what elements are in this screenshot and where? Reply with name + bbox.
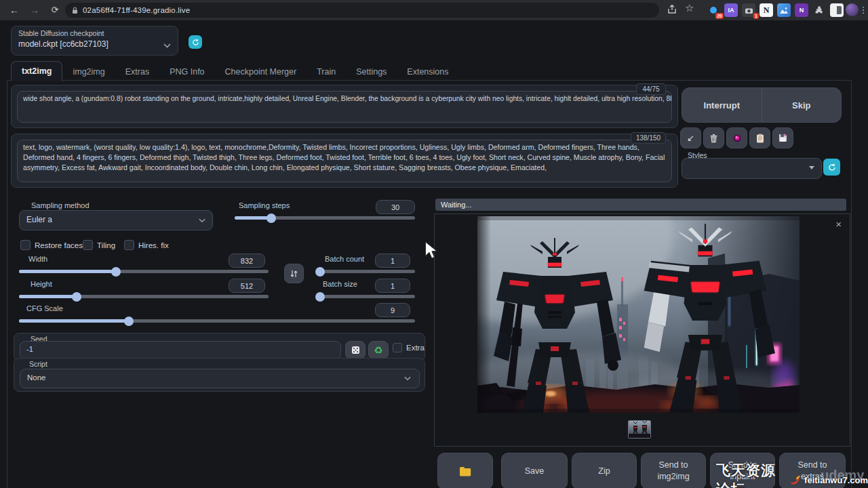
- stable-diffusion-webui: ← → ⟳ 02a56ff4-71ff-439e.gradio.live ☆ 2…: [0, 0, 868, 488]
- tab-extensions[interactable]: Extensions: [397, 62, 458, 81]
- save-button[interactable]: Save: [501, 453, 568, 488]
- open-folder-button[interactable]: [437, 453, 493, 488]
- negative-prompt-textarea[interactable]: text, logo, watermark, (worst quality, l…: [17, 140, 672, 182]
- browser-toolbar: ← → ⟳ 02a56ff4-71ff-439e.gradio.live ☆ 2…: [0, 0, 868, 20]
- send-to-img2img-line1: Send to: [658, 460, 688, 471]
- batch-count-value[interactable]: 1: [375, 253, 410, 268]
- height-slider[interactable]: [19, 295, 269, 298]
- width-value[interactable]: 832: [229, 253, 265, 268]
- palette-icon[interactable]: [726, 127, 747, 148]
- dice-icon[interactable]: [345, 341, 366, 359]
- prompt-token-counter: 44/75: [636, 83, 666, 95]
- gallery-extension-icon[interactable]: [777, 3, 791, 17]
- sampling-steps-slider[interactable]: [235, 216, 415, 220]
- script-block: Script None: [14, 358, 425, 392]
- lock-icon: [72, 7, 78, 14]
- checkpoint-dropdown[interactable]: Stable Diffusion checkpoint model.ckpt […: [11, 26, 178, 56]
- send-to-img2img-line2: img2img: [657, 471, 689, 483]
- batch-count-label: Batch count: [325, 255, 364, 263]
- onenote-extension-icon[interactable]: N: [795, 3, 808, 17]
- pin-extension-icon[interactable]: 20: [707, 3, 720, 17]
- mouse-cursor: [425, 241, 438, 259]
- camera-extension-icon[interactable]: 1: [742, 3, 755, 17]
- tab-settings[interactable]: Settings: [346, 62, 397, 81]
- address-bar[interactable]: 02a56ff4-71ff-439e.gradio.live: [65, 3, 659, 18]
- ia-extension-icon[interactable]: IA: [724, 3, 738, 17]
- tab-txt2img[interactable]: txt2img: [11, 61, 62, 81]
- zip-button[interactable]: Zip: [572, 453, 637, 488]
- sampling-method-dropdown[interactable]: Euler a: [19, 210, 213, 230]
- prompt-textarea[interactable]: wide shot angle, a (gundam:0.8) robot st…: [17, 91, 672, 123]
- paste-arrow-icon[interactable]: ↙: [680, 127, 701, 148]
- seed-value: -1: [20, 342, 340, 357]
- watermark-site-text: 飞天资源论坛: [716, 461, 787, 488]
- trash-icon[interactable]: [703, 127, 724, 148]
- interrupt-skip-group: Interrupt Skip: [682, 87, 842, 123]
- bookmark-star-icon[interactable]: ☆: [685, 2, 694, 14]
- gallery-thumbnail[interactable]: [628, 420, 651, 439]
- prompt-block: wide shot angle, a (gundam:0.8) robot st…: [11, 85, 678, 128]
- negative-prompt-text: text, logo, watermark, (worst quality, l…: [18, 140, 671, 175]
- browser-forward-icon[interactable]: →: [27, 3, 42, 18]
- save-style-icon[interactable]: [772, 127, 793, 148]
- progress-bar: Waiting...: [435, 199, 846, 211]
- progress-status-text: Waiting...: [435, 201, 471, 209]
- restore-faces-label: Restore faces: [35, 241, 83, 249]
- checkpoint-refresh-button[interactable]: [189, 35, 202, 49]
- restore-faces-checkbox[interactable]: [20, 240, 31, 250]
- clipboard-icon[interactable]: [749, 127, 770, 148]
- hires-fix-checkbox[interactable]: [124, 240, 134, 250]
- url-text: 02a56ff4-71ff-439e.gradio.live: [83, 6, 190, 14]
- restore-faces-option[interactable]: Restore faces: [20, 240, 83, 250]
- tab-png-info[interactable]: PNG Info: [159, 62, 214, 81]
- batch-size-slider[interactable]: [316, 295, 415, 298]
- share-icon[interactable]: [667, 4, 677, 15]
- batch-size-label: Batch size: [323, 280, 357, 288]
- close-icon[interactable]: ×: [835, 220, 842, 229]
- browser-back-icon[interactable]: ←: [7, 3, 22, 18]
- puzzle-extensions-icon[interactable]: [812, 3, 826, 17]
- script-label: Script: [29, 360, 47, 368]
- script-dropdown[interactable]: None: [20, 369, 420, 388]
- folder-icon: [459, 466, 471, 476]
- tab-extras[interactable]: Extras: [115, 62, 159, 81]
- tiling-option[interactable]: Tiling: [83, 240, 115, 250]
- flame-logo-icon: [789, 472, 802, 487]
- tab-checkpoint-merger[interactable]: Checkpoint Merger: [215, 62, 307, 81]
- chevron-down-icon: [404, 376, 411, 381]
- hires-fix-option[interactable]: Hires. fix: [124, 240, 169, 250]
- styles-dropdown[interactable]: [682, 158, 822, 179]
- tab-train[interactable]: Train: [307, 62, 346, 81]
- cfg-scale-value[interactable]: 9: [375, 303, 410, 317]
- notion-extension-icon[interactable]: N: [760, 3, 773, 17]
- seed-input[interactable]: -1: [20, 341, 341, 359]
- height-value[interactable]: 512: [229, 279, 265, 293]
- width-slider[interactable]: [19, 270, 269, 273]
- interrupt-button[interactable]: Interrupt: [682, 88, 762, 122]
- camera-extension-badge: 1: [753, 13, 759, 19]
- browser-reload-icon[interactable]: ⟳: [47, 3, 62, 18]
- generated-image[interactable]: [477, 216, 800, 413]
- skip-button[interactable]: Skip: [762, 88, 842, 122]
- send-to-img2img-button[interactable]: Send to img2img: [641, 453, 706, 488]
- result-gallery: ×: [434, 214, 850, 447]
- watermark-domain-text: feitianwu7.com: [804, 475, 868, 485]
- tiling-checkbox[interactable]: [83, 240, 93, 250]
- seed-extra-checkbox[interactable]: [393, 343, 402, 352]
- pin-extension-badge: 20: [715, 13, 724, 19]
- batch-count-slider[interactable]: [316, 270, 415, 273]
- site-watermark: 飞天资源论坛 feitianwu7.com: [716, 461, 868, 488]
- width-label: Width: [28, 255, 47, 263]
- chevron-down-icon: [809, 166, 814, 169]
- tab-img2img[interactable]: img2img: [62, 62, 115, 81]
- styles-refresh-button[interactable]: [823, 159, 840, 176]
- sampling-steps-value[interactable]: 30: [376, 200, 415, 214]
- cfg-scale-slider[interactable]: [19, 319, 415, 323]
- swap-dimensions-button[interactable]: [284, 264, 304, 283]
- batch-size-value[interactable]: 1: [375, 279, 410, 293]
- sidebar-extension-icon[interactable]: [830, 3, 844, 17]
- browser-menu-icon[interactable]: ⋮: [856, 3, 868, 18]
- script-value: None: [20, 369, 419, 386]
- recycle-icon[interactable]: ♻: [368, 341, 389, 359]
- seed-extra-option[interactable]: Extra: [393, 343, 425, 352]
